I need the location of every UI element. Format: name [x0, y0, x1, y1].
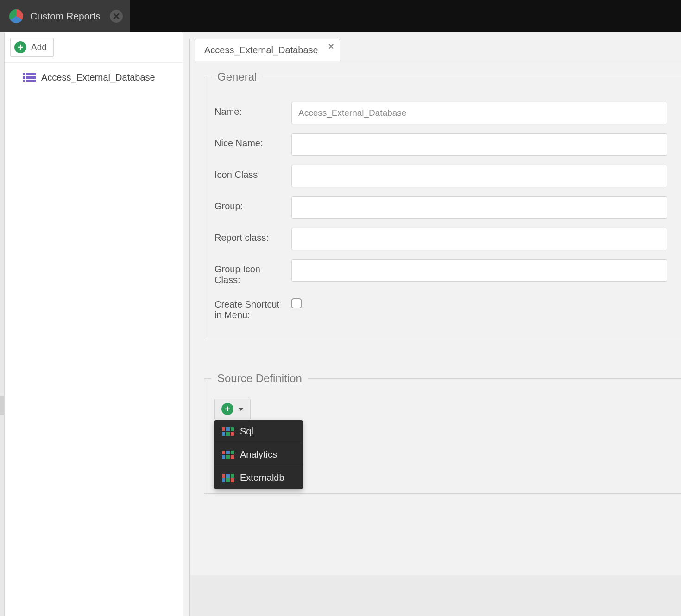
add-button[interactable]: + Add — [10, 38, 54, 57]
group-label: Group: — [214, 196, 289, 212]
icon-class-label: Icon Class: — [214, 165, 289, 180]
plus-icon: + — [221, 403, 233, 415]
create-shortcut-checkbox[interactable] — [291, 298, 302, 308]
close-icon[interactable]: ✕ — [328, 42, 334, 51]
close-icon[interactable] — [110, 10, 123, 23]
menu-item-externaldb[interactable]: Externaldb — [214, 466, 303, 489]
content-tabs: Access_External_Database ✕ — [195, 39, 681, 61]
source-definition-panel: Source Definition + Sql — [204, 372, 681, 494]
create-shortcut-label: Create Shortcut in Menu: — [214, 295, 289, 321]
name-field[interactable] — [291, 102, 667, 124]
report-tree: Access_External_Database — [5, 63, 183, 93]
menu-item-label: Sql — [240, 426, 253, 437]
general-panel: General Name: Nice Name: Icon Class: Gro… — [204, 70, 681, 339]
chevron-down-icon — [238, 408, 244, 411]
report-icon — [23, 73, 36, 82]
top-bar: Custom Reports — [0, 0, 681, 32]
app-tab[interactable]: Custom Reports — [0, 0, 130, 32]
left-gutter — [0, 32, 5, 616]
nice-name-field[interactable] — [291, 133, 667, 156]
report-class-label: Report class: — [214, 228, 289, 243]
plus-icon: + — [14, 41, 26, 53]
data-source-icon — [222, 474, 234, 482]
splitter[interactable] — [189, 39, 190, 616]
group-field[interactable] — [291, 196, 667, 219]
tree-item-report[interactable]: Access_External_Database — [12, 69, 176, 86]
data-source-icon — [222, 427, 234, 436]
add-button-label: Add — [31, 42, 47, 52]
app-tab-label: Custom Reports — [30, 11, 103, 22]
icon-class-field[interactable] — [291, 165, 667, 187]
content-tab-label: Access_External_Database — [204, 45, 318, 55]
add-source-button[interactable]: + — [214, 399, 251, 419]
content-tab[interactable]: Access_External_Database ✕ — [195, 39, 340, 61]
pie-chart-icon — [9, 9, 23, 23]
general-legend: General — [212, 70, 262, 83]
menu-item-analytics[interactable]: Analytics — [214, 443, 303, 466]
source-type-menu: Sql Analytics Extern — [214, 420, 303, 489]
sidebar: + Add Access_External_Database — [5, 32, 183, 616]
source-definition-legend: Source Definition — [212, 372, 308, 385]
menu-item-label: Analytics — [240, 449, 277, 460]
tree-item-label: Access_External_Database — [41, 72, 155, 83]
report-class-field[interactable] — [291, 228, 667, 250]
nice-name-label: Nice Name: — [214, 133, 289, 149]
menu-item-sql[interactable]: Sql — [214, 420, 303, 443]
collapse-handle[interactable] — [0, 396, 4, 415]
name-label: Name: — [214, 102, 289, 117]
menu-item-label: Externaldb — [240, 472, 284, 483]
bottom-toolbar-area — [190, 575, 681, 616]
group-icon-class-field[interactable] — [291, 259, 667, 282]
content-area: Access_External_Database ✕ General Name:… — [183, 32, 681, 616]
group-icon-class-label: Group Icon Class: — [214, 259, 289, 285]
data-source-icon — [222, 451, 234, 459]
